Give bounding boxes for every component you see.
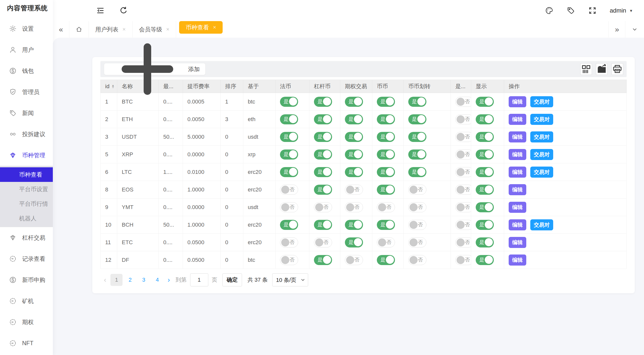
toggle-yes[interactable]: 是 — [345, 237, 363, 247]
toggle-yes[interactable]: 是 — [314, 114, 332, 124]
trading-pair-button[interactable]: 交易对 — [530, 167, 553, 178]
trading-pair-button[interactable]: 交易对 — [530, 149, 553, 160]
toggle-no[interactable]: 否 — [455, 167, 471, 177]
edit-button[interactable]: 编辑 — [509, 149, 526, 160]
prev-page-button[interactable]: ‹ — [100, 276, 110, 284]
toggle-yes[interactable]: 是 — [280, 114, 298, 124]
sidebar-item[interactable]: 管理员 — [0, 81, 53, 103]
toggle-yes[interactable]: 是 — [314, 132, 332, 142]
toggle-yes[interactable]: 是 — [408, 97, 426, 107]
toggle-yes[interactable]: 是 — [377, 132, 395, 142]
sidebar-item[interactable]: 新币申购 — [0, 269, 53, 290]
toggle-yes[interactable]: 是 — [476, 185, 494, 195]
tab[interactable]: 用户列表× — [89, 21, 133, 38]
toggle-no[interactable]: 否 — [455, 97, 471, 107]
toggle-no[interactable]: 否 — [280, 202, 298, 212]
toggle-no[interactable]: 否 — [377, 237, 395, 247]
toggle-no[interactable]: 否 — [314, 202, 332, 212]
toggle-yes[interactable]: 是 — [476, 149, 494, 160]
toggle-yes[interactable]: 是 — [476, 255, 494, 265]
sidebar-item[interactable]: 币种管理 — [0, 145, 53, 166]
sidebar-item[interactable]: 用户 — [0, 39, 53, 60]
toggle-yes[interactable]: 是 — [345, 149, 363, 160]
edit-button[interactable]: 编辑 — [509, 255, 526, 266]
sidebar-subitem[interactable]: 平台币行情 — [0, 196, 53, 211]
close-tab-icon[interactable]: × — [213, 24, 216, 31]
toggle-yes[interactable]: 是 — [408, 132, 426, 142]
toggle-yes[interactable]: 是 — [476, 167, 494, 177]
toggle-yes[interactable]: 是 — [408, 167, 426, 177]
edit-button[interactable]: 编辑 — [509, 96, 526, 107]
sort-toggle[interactable]: ▲▼ — [111, 85, 114, 88]
toggle-no[interactable]: 否 — [345, 255, 363, 265]
toggle-yes[interactable]: 是 — [280, 132, 298, 142]
toggle-no[interactable]: 否 — [408, 220, 426, 230]
toggle-yes[interactable]: 是 — [377, 149, 395, 160]
toggle-yes[interactable]: 是 — [476, 132, 494, 142]
theme-palette-icon[interactable] — [545, 6, 553, 15]
toggle-yes[interactable]: 是 — [280, 149, 298, 160]
toggle-yes[interactable]: 是 — [476, 220, 494, 230]
tab[interactable]: 会员等级× — [133, 21, 176, 38]
toggle-no[interactable]: 否 — [455, 255, 471, 265]
sidebar-subitem[interactable]: 币种查看 — [0, 167, 53, 182]
close-tab-icon[interactable]: × — [166, 26, 170, 33]
toggle-yes[interactable]: 是 — [377, 220, 395, 230]
print-button[interactable] — [612, 63, 623, 75]
edit-button[interactable]: 编辑 — [509, 167, 526, 178]
sidebar-subitem[interactable]: 平台币设置 — [0, 182, 53, 196]
edit-button[interactable]: 编辑 — [509, 219, 526, 230]
sidebar-item[interactable]: 记录查看 — [0, 248, 53, 269]
toggle-no[interactable]: 否 — [280, 185, 298, 195]
tab[interactable]: 币种查看× — [179, 21, 223, 34]
edit-button[interactable]: 编辑 — [509, 114, 526, 125]
sidebar-item[interactable]: 钱包 — [0, 60, 53, 81]
toggle-no[interactable]: 否 — [314, 237, 332, 247]
edit-button[interactable]: 编辑 — [509, 202, 526, 213]
edit-button[interactable]: 编辑 — [509, 184, 526, 195]
toggle-no[interactable]: 否 — [455, 149, 471, 160]
sidebar-subitem[interactable]: 机器人 — [0, 211, 53, 226]
sidebar-item[interactable]: 矿机 — [0, 290, 53, 312]
toggle-yes[interactable]: 是 — [476, 202, 494, 212]
toggle-no[interactable]: 否 — [345, 185, 363, 195]
toggle-yes[interactable]: 是 — [345, 97, 363, 107]
page-number-button[interactable]: 3 — [138, 274, 150, 286]
trading-pair-button[interactable]: 交易对 — [530, 96, 553, 107]
toggle-yes[interactable]: 是 — [345, 220, 363, 230]
columns-filter-button[interactable] — [580, 63, 592, 75]
page-jump-input[interactable] — [190, 273, 208, 286]
toggle-yes[interactable]: 是 — [314, 97, 332, 107]
toggle-yes[interactable]: 是 — [314, 255, 332, 265]
user-menu[interactable]: admin ▼ — [610, 7, 633, 14]
toggle-yes[interactable]: 是 — [345, 167, 363, 177]
home-tab[interactable] — [69, 21, 89, 38]
toggle-yes[interactable]: 是 — [345, 132, 363, 142]
toggle-yes[interactable]: 是 — [476, 114, 494, 124]
toggle-yes[interactable]: 是 — [408, 149, 426, 160]
toggle-yes[interactable]: 是 — [476, 237, 494, 247]
toggle-yes[interactable]: 是 — [314, 220, 332, 230]
tabs-scroll-right-button[interactable]: » — [609, 21, 625, 38]
toggle-yes[interactable]: 是 — [280, 97, 298, 107]
toggle-no[interactable]: 否 — [455, 220, 471, 230]
toggle-no[interactable]: 否 — [455, 114, 471, 124]
toggle-yes[interactable]: 是 — [377, 255, 395, 265]
edit-button[interactable]: 编辑 — [509, 131, 526, 142]
trading-pair-button[interactable]: 交易对 — [530, 114, 553, 125]
sidebar-item[interactable]: 投拆建议 — [0, 124, 53, 145]
toggle-no[interactable]: 否 — [455, 132, 471, 142]
sidebar-item[interactable]: 新闻 — [0, 103, 53, 124]
confirm-button[interactable]: 确定 — [222, 273, 242, 286]
sidebar-item[interactable]: 杠杆交易 — [0, 227, 53, 248]
toggle-no[interactable]: 否 — [455, 202, 471, 212]
trading-pair-button[interactable]: 交易对 — [530, 131, 553, 142]
toggle-no[interactable]: 否 — [408, 255, 426, 265]
toggle-no[interactable]: 否 — [408, 202, 426, 212]
toggle-yes[interactable]: 是 — [408, 114, 426, 124]
edit-button[interactable]: 编辑 — [509, 237, 526, 248]
trading-pair-button[interactable]: 交易对 — [530, 219, 553, 230]
toggle-no[interactable]: 否 — [455, 185, 471, 195]
page-number-button[interactable]: 1 — [110, 274, 123, 286]
toggle-no[interactable]: 否 — [455, 237, 471, 247]
